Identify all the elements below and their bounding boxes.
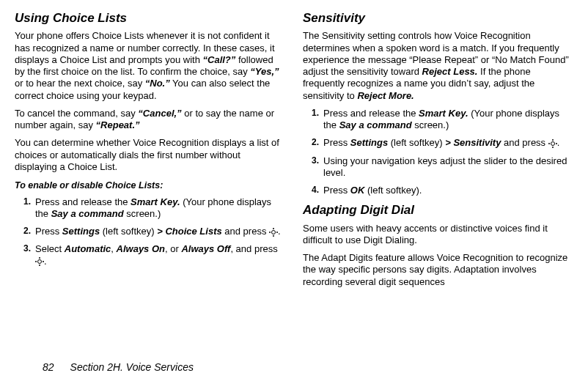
paragraph: The Sensitivity setting controls how Voi… bbox=[303, 30, 573, 102]
option-always-off: Always Off bbox=[181, 243, 230, 254]
heading-adapting-digit-dial: Adapting Digit Dial bbox=[303, 202, 573, 218]
text: Using your navigation keys adjust the sl… bbox=[323, 155, 567, 178]
text: Select bbox=[35, 243, 65, 254]
action-heading: To enable or disable Choice Lists: bbox=[15, 180, 285, 192]
section-title: Section 2H. Voice Services bbox=[70, 361, 194, 373]
menu-choice-lists: Choice Lists bbox=[165, 226, 221, 237]
right-column: Sensitivity The Sensitivity setting cont… bbox=[303, 10, 573, 351]
softkey-settings: Settings bbox=[62, 226, 100, 237]
text: Press and release the bbox=[323, 108, 419, 119]
option-reject-less: Reject Less. bbox=[422, 66, 478, 77]
text: . bbox=[278, 226, 281, 237]
voice-command-repeat: “Repeat.” bbox=[96, 119, 140, 130]
text: Press bbox=[35, 226, 62, 237]
list-item: 2. Press Settings (left softkey) > Choic… bbox=[25, 226, 285, 237]
text: To cancel the command, say bbox=[15, 108, 138, 119]
step-number: 1. bbox=[312, 108, 319, 119]
page-number: 82 bbox=[43, 361, 54, 373]
text: Press bbox=[323, 137, 350, 148]
nav-key-icon bbox=[269, 228, 278, 237]
nav-key-icon bbox=[35, 257, 44, 266]
text: . bbox=[44, 256, 47, 267]
option-reject-more: Reject More. bbox=[357, 90, 414, 101]
step-number: 4. bbox=[312, 185, 319, 196]
screen-say-a-command: Say a command bbox=[51, 208, 124, 219]
separator-gt: > bbox=[445, 137, 451, 148]
list-item: 4. Press OK (left softkey). bbox=[313, 185, 573, 196]
paragraph: To cancel the command, say “Cancel,” or … bbox=[15, 108, 285, 132]
step-number: 3. bbox=[312, 155, 319, 166]
key-smartkey: Smart Key. bbox=[419, 108, 468, 119]
text: screen.) bbox=[124, 208, 161, 219]
list-item: 1. Press and release the Smart Key. (You… bbox=[313, 108, 573, 132]
text: and press bbox=[222, 226, 269, 237]
list-item: 3. Using your navigation keys adjust the… bbox=[313, 155, 573, 180]
steps-list: 1. Press and release the Smart Key. (You… bbox=[15, 196, 285, 267]
left-column: Using Choice Lists Your phone offers Cho… bbox=[15, 10, 285, 351]
voice-command-no: “No.” bbox=[145, 78, 170, 89]
separator-gt: > bbox=[157, 226, 163, 237]
step-number: 2. bbox=[312, 137, 319, 148]
screen-say-a-command: Say a command bbox=[339, 119, 412, 130]
voice-command-cancel: “Cancel,” bbox=[138, 108, 181, 119]
softkey-ok: OK bbox=[350, 185, 365, 196]
menu-sensitivity: Sensitivity bbox=[453, 137, 501, 148]
paragraph: Your phone offers Choice Lists whenever … bbox=[15, 30, 285, 102]
text: Press bbox=[323, 185, 350, 196]
option-always-on: Always On bbox=[117, 243, 165, 254]
heading-choice-lists: Using Choice Lists bbox=[15, 10, 285, 26]
step-number: 3. bbox=[23, 243, 31, 254]
steps-list: 1. Press and release the Smart Key. (You… bbox=[303, 108, 573, 197]
nav-key-icon bbox=[548, 139, 557, 148]
paragraph: The Adapt Digits feature allows Voice Re… bbox=[303, 252, 573, 288]
text: . bbox=[557, 137, 560, 148]
list-item: 3. Select Automatic, Always On, or Alway… bbox=[25, 243, 285, 267]
text: and press bbox=[501, 137, 548, 148]
step-number: 2. bbox=[23, 226, 31, 237]
columns: Using Choice Lists Your phone offers Cho… bbox=[15, 10, 573, 351]
text: screen.) bbox=[412, 119, 449, 130]
page: Using Choice Lists Your phone offers Cho… bbox=[0, 0, 588, 381]
text: , bbox=[111, 243, 116, 254]
key-smartkey: Smart Key. bbox=[131, 196, 180, 207]
text: , and press bbox=[230, 243, 277, 254]
paragraph: Some users with heavy accents or distinc… bbox=[303, 223, 573, 247]
text: or to hear the next choice, say bbox=[15, 78, 145, 89]
voice-command-yes: “Yes,” bbox=[250, 66, 279, 77]
heading-sensitivity: Sensitivity bbox=[303, 10, 573, 26]
text: Press and release the bbox=[35, 196, 131, 207]
text: (left softkey). bbox=[364, 185, 422, 196]
paragraph: You can determine whether Voice Recognit… bbox=[15, 137, 285, 173]
list-item: 2. Press Settings (left softkey) > Sensi… bbox=[313, 137, 573, 149]
text: (left softkey) bbox=[388, 137, 445, 148]
softkey-settings: Settings bbox=[350, 137, 388, 148]
text: (left softkey) bbox=[100, 226, 157, 237]
page-footer: 82Section 2H. Voice Services bbox=[15, 351, 573, 382]
voice-command-call: “Call?” bbox=[203, 54, 236, 65]
text: , or bbox=[165, 243, 181, 254]
list-item: 1. Press and release the Smart Key. (You… bbox=[25, 196, 285, 221]
option-automatic: Automatic bbox=[65, 243, 111, 254]
step-number: 1. bbox=[23, 196, 31, 207]
